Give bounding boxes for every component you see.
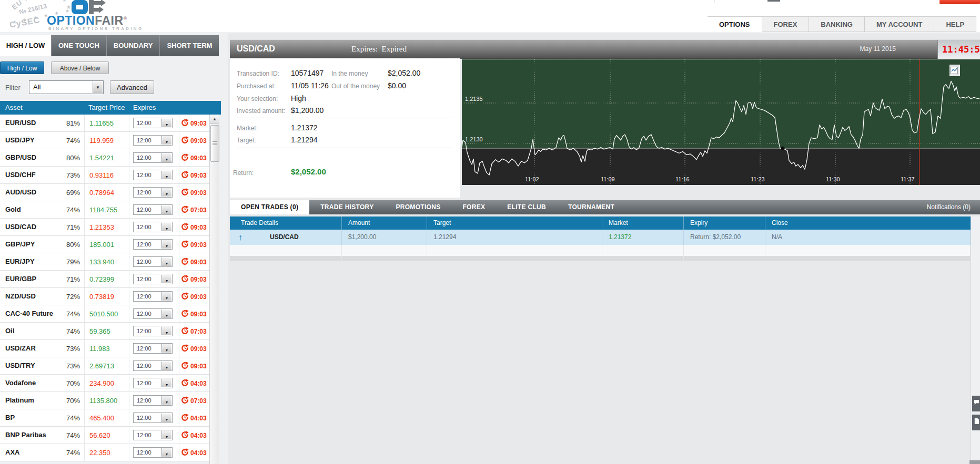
- chevron-down-icon[interactable]: ▼: [161, 275, 171, 283]
- current-date: May 11 2015: [860, 45, 896, 53]
- main-nav-tab[interactable]: FOREX: [762, 16, 810, 32]
- chevron-down-icon[interactable]: ▼: [161, 223, 171, 231]
- expiry-select[interactable]: 12:00 ▼: [133, 239, 173, 250]
- chart-y-tick-label: 1.2135: [465, 96, 483, 102]
- asset-row[interactable]: CAC-40 Future 74% 5010.500 12:00 ▼: [0, 305, 209, 323]
- expiry-select[interactable]: 12:00 ▼: [133, 343, 173, 354]
- bottom-tab[interactable]: ELITE CLUB: [496, 200, 557, 214]
- asset-row[interactable]: AUD/USD 69% 0.78964 12:00 ▼: [0, 184, 209, 201]
- bottom-tab[interactable]: TOURNAMENT: [557, 200, 625, 214]
- chevron-down-icon[interactable]: ▼: [93, 81, 103, 93]
- expiry-select[interactable]: 12:00 ▼: [133, 152, 173, 163]
- column-divider: [179, 115, 179, 131]
- asset-list-scrollbar[interactable]: ▲: [209, 115, 219, 464]
- expiry-select[interactable]: 12:00 ▼: [133, 326, 173, 336]
- asset-row[interactable]: USD/CHF 73% 0.93116 12:00 ▼: [0, 167, 209, 184]
- bottom-tab[interactable]: OPEN TRADES (0): [230, 200, 309, 214]
- expiry-select[interactable]: 12:00 ▼: [133, 256, 173, 267]
- expiry-select[interactable]: 12:00 ▼: [133, 308, 173, 319]
- chart-expand-button[interactable]: [949, 65, 960, 76]
- filter-select[interactable]: All ▼: [29, 80, 104, 94]
- expiry-select-value: 12:00: [137, 224, 151, 230]
- asset-row[interactable]: AXA 74% 22.350 12:00 ▼: [0, 444, 209, 461]
- chevron-down-icon[interactable]: ▼: [161, 344, 171, 353]
- expiry-select[interactable]: 12:00 ▼: [133, 118, 173, 128]
- chevron-down-icon[interactable]: ▼: [161, 205, 171, 214]
- support-chat-button[interactable]: [972, 396, 980, 411]
- top-banner-cutoff[interactable]: [939, 0, 980, 4]
- chevron-down-icon[interactable]: ▼: [161, 171, 171, 179]
- asset-row[interactable]: USD/ZAR 73% 11.983 12:00 ▼: [0, 340, 209, 357]
- option-type-tab[interactable]: ONE TOUCH: [51, 35, 106, 56]
- chevron-down-icon[interactable]: ▼: [161, 292, 171, 301]
- asset-row[interactable]: Gold 74% 1184.755 12:00 ▼: [0, 201, 209, 219]
- high-low-mode-button[interactable]: High / Low: [0, 61, 44, 74]
- chevron-down-icon[interactable]: ▼: [161, 136, 171, 145]
- expiry-select[interactable]: 12:00 ▼: [133, 274, 173, 284]
- expiry-select[interactable]: 12:00 ▼: [133, 360, 173, 371]
- asset-row[interactable]: Oil 74% 59.365 12:00 ▼: [0, 323, 209, 340]
- trade-target: 1.21294: [427, 230, 602, 245]
- asset-row[interactable]: USD/TRY 73% 2.69713 12:00 ▼: [0, 357, 209, 375]
- notifications-link[interactable]: Notifications (0): [927, 203, 971, 211]
- expiry-select[interactable]: 12:00 ▼: [133, 378, 173, 388]
- expiry-select[interactable]: 12:00 ▼: [133, 187, 173, 198]
- option-type-tab[interactable]: HIGH / LOW: [0, 35, 51, 56]
- support-docs-button[interactable]: [972, 415, 980, 430]
- chevron-down-icon[interactable]: ▼: [161, 448, 171, 457]
- asset-row[interactable]: GBP/JPY 80% 185.001 12:00 ▼: [0, 236, 209, 253]
- main-nav-tab[interactable]: MY ACCOUNT: [865, 16, 934, 32]
- option-type-tab[interactable]: BOUNDARY: [106, 35, 160, 56]
- column-divider: [179, 340, 179, 357]
- asset-row[interactable]: BP 74% 465.400 12:00 ▼: [0, 409, 209, 427]
- asset-target-price: 465.400: [89, 414, 114, 422]
- expiry-select-value: 12:00: [137, 172, 151, 178]
- expiry-select[interactable]: 12:00 ▼: [133, 395, 173, 406]
- asset-row[interactable]: USD/JPY 74% 119.959 12:00 ▼: [0, 132, 209, 149]
- asset-row[interactable]: BNP Paribas 74% 56.620 12:00 ▼: [0, 427, 209, 444]
- above-below-mode-button[interactable]: Above / Below: [51, 61, 109, 74]
- chevron-down-icon[interactable]: ▼: [161, 188, 171, 197]
- expiry-select[interactable]: 12:00 ▼: [133, 447, 173, 458]
- chevron-down-icon[interactable]: ▼: [161, 431, 171, 439]
- asset-row[interactable]: Platinum 70% 1135.800 12:00 ▼: [0, 392, 209, 409]
- asset-row[interactable]: EUR/USD 81% 1.11655 12:00 ▼: [0, 115, 209, 132]
- main-nav-tab[interactable]: BANKING: [809, 16, 865, 32]
- expiry-select[interactable]: 12:00 ▼: [133, 291, 173, 302]
- bottom-tab[interactable]: PROMOTIONS: [385, 200, 451, 214]
- bottom-tab[interactable]: TRADE HISTORY: [309, 200, 385, 214]
- bottom-tab[interactable]: FOREX: [451, 200, 496, 214]
- asset-row[interactable]: EUR/GBP 71% 0.72399 12:00 ▼: [0, 271, 209, 288]
- scrollbar-thumb[interactable]: [210, 125, 219, 162]
- chevron-down-icon[interactable]: ▼: [161, 257, 171, 266]
- chevron-down-icon[interactable]: ▼: [161, 362, 171, 370]
- expiry-select[interactable]: 12:00 ▼: [133, 204, 173, 215]
- asset-row[interactable]: EUR/JPY 79% 133.940 12:00 ▼: [0, 253, 209, 271]
- expiry-select[interactable]: 12:00 ▼: [133, 413, 173, 423]
- asset-row[interactable]: USD/CAD 71% 1.21353 12:00 ▼: [0, 219, 209, 236]
- chevron-down-icon[interactable]: ▼: [161, 379, 171, 387]
- expiry-select[interactable]: 12:00 ▼: [133, 135, 173, 146]
- brand-tagline: BINARY OPTIONS TRADING: [48, 26, 144, 31]
- main-nav-tab[interactable]: OPTIONS: [708, 16, 762, 32]
- chevron-down-icon[interactable]: ▼: [161, 119, 171, 127]
- chevron-down-icon[interactable]: ▼: [161, 310, 171, 318]
- expiry-select[interactable]: 12:00 ▼: [133, 430, 173, 440]
- chevron-down-icon[interactable]: ▼: [161, 414, 171, 422]
- column-divider: [129, 409, 129, 426]
- scrollbar-up-arrow-icon[interactable]: ▲: [210, 115, 219, 124]
- chevron-down-icon[interactable]: ▼: [161, 153, 171, 162]
- chevron-down-icon[interactable]: ▼: [161, 327, 171, 335]
- asset-row[interactable]: Vodafone 70% 234.900 12:00 ▼: [0, 375, 209, 392]
- chevron-down-icon[interactable]: ▼: [161, 396, 171, 405]
- option-type-tab[interactable]: SHORT TERM: [159, 35, 219, 56]
- expiry-select[interactable]: 12:00 ▼: [133, 222, 173, 232]
- countdown-clock-icon: [181, 327, 189, 335]
- asset-row[interactable]: NZD/USD 72% 0.73819 12:00 ▼: [0, 288, 209, 305]
- in-the-money-label: In the money: [331, 70, 368, 77]
- main-nav-tab[interactable]: HELP: [934, 16, 976, 32]
- asset-row[interactable]: GBP/USD 80% 1.54221 12:00 ▼: [0, 149, 209, 167]
- expiry-select[interactable]: 12:00 ▼: [133, 170, 173, 180]
- advanced-button[interactable]: Advanced: [110, 80, 154, 94]
- chevron-down-icon[interactable]: ▼: [161, 240, 171, 249]
